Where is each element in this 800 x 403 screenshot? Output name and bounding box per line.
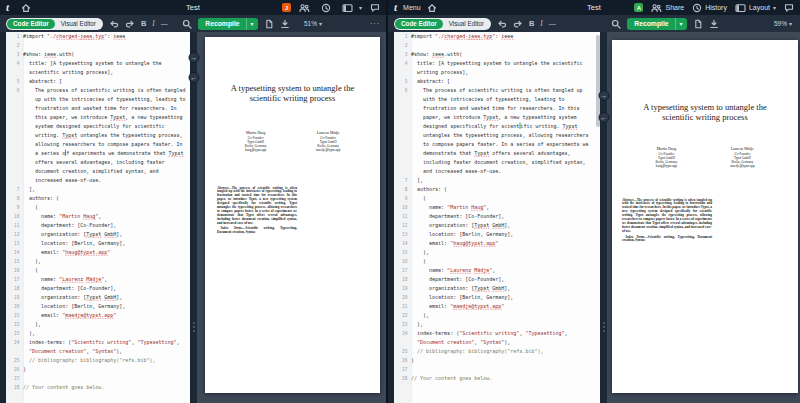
code-line[interactable]: 28// Your content goes below. <box>394 374 600 383</box>
typst-logo[interactable]: t <box>394 2 397 13</box>
history-button[interactable] <box>321 3 334 13</box>
code-line[interactable]: 23), <box>394 320 600 329</box>
code-line[interactable]: 2 <box>6 41 190 50</box>
download-button[interactable] <box>280 19 290 29</box>
code-editor-pane[interactable]: 1#import "./charged-ieee.typ": ieee23#sh… <box>6 32 190 403</box>
divider-handle[interactable] <box>193 322 195 324</box>
code-editor-pane[interactable]: 1#import "./charged-ieee.typ": ieee23#sh… <box>394 32 600 403</box>
code-line[interactable]: 23), <box>6 329 190 338</box>
code-line[interactable]: 2 <box>394 41 600 50</box>
export-pdf-button[interactable] <box>264 19 274 29</box>
code-line[interactable]: 4title: [A typesetting system to untangl… <box>6 59 190 77</box>
collapse-right-button[interactable]: → <box>188 52 199 63</box>
code-line[interactable]: 5abstract: [ <box>394 77 600 86</box>
code-line[interactable]: 22), <box>6 320 190 329</box>
code-line[interactable]: 10name: "Martin Haug", <box>394 203 600 212</box>
code-line[interactable]: 25// bibliography: bibliography("refs.bi… <box>6 356 190 365</box>
code-line[interactable]: 5abstract: [ <box>6 77 190 86</box>
tab-code-editor[interactable]: Code Editor <box>7 19 55 29</box>
code-line[interactable]: 19organization: [Typst GmbH], <box>6 293 190 302</box>
collapse-right-button[interactable]: → <box>598 90 609 101</box>
tab-visual-editor[interactable]: Visual Editor <box>443 19 490 29</box>
code-line[interactable]: 3#show: ieee.with( <box>6 50 190 59</box>
code-line[interactable]: 4title: [A typesetting system to untangl… <box>394 59 600 77</box>
code-line[interactable]: 16( <box>394 257 600 266</box>
export-pdf-button[interactable] <box>693 19 703 29</box>
history-button[interactable]: History <box>692 3 727 13</box>
code-line[interactable]: 21email: "maedje@typst.app" <box>394 302 600 311</box>
code-line[interactable]: 8authors: ( <box>394 185 600 194</box>
undo-button[interactable] <box>497 19 507 29</box>
code-line[interactable]: 11department: [Co-Founder], <box>394 212 600 221</box>
zoom-control[interactable]: 51%▾ <box>304 20 322 27</box>
code-line[interactable]: 26) <box>394 356 600 365</box>
tab-code-editor[interactable]: Code Editor <box>395 19 443 29</box>
code-line[interactable]: 1#import "./charged-ieee.typ": ieee <box>6 32 190 41</box>
code-line[interactable]: 8authors: ( <box>6 194 190 203</box>
insert-rule-button[interactable]: — <box>161 20 168 27</box>
code-line[interactable]: 10name: "Martin Haug", <box>6 212 190 221</box>
code-line[interactable]: 18department: [Co-Founder], <box>6 284 190 293</box>
code-line[interactable]: 3#show: ieee.with( <box>394 50 600 59</box>
code-line[interactable]: 12organization: [Typst GmbH], <box>6 230 190 239</box>
undo-button[interactable] <box>109 19 119 29</box>
search-button[interactable] <box>611 19 621 29</box>
code-line[interactable]: 17name: "Laurenz Mädje", <box>6 275 190 284</box>
italic-button[interactable]: I <box>152 19 155 28</box>
code-line[interactable]: 16( <box>6 266 190 275</box>
tab-visual-editor[interactable]: Visual Editor <box>55 19 102 29</box>
typst-logo[interactable]: t <box>6 2 9 13</box>
code-line[interactable]: 20location: [Berlin, Germany], <box>6 302 190 311</box>
code-line[interactable]: 12organization: [Typst GmbH], <box>394 221 600 230</box>
code-line[interactable]: 7], <box>6 185 190 194</box>
code-area[interactable]: 1#import "./charged-ieee.typ": ieee23#sh… <box>6 32 190 403</box>
share-button[interactable] <box>299 3 313 13</box>
code-area[interactable]: 1#import "./charged-ieee.typ": ieee23#sh… <box>394 32 600 403</box>
code-line[interactable]: 9( <box>6 203 190 212</box>
code-line[interactable]: 14email: "haug@typst.app" <box>394 239 600 248</box>
avatar[interactable]: J <box>282 3 291 12</box>
code-line[interactable]: 27 <box>394 365 600 374</box>
code-line[interactable]: 11department: [Co-Founder], <box>6 221 190 230</box>
divider-handle[interactable] <box>603 322 605 324</box>
recompile-button[interactable]: Recompile ▾ <box>627 18 686 30</box>
preview-pane[interactable]: A typesetting system to untangle the sci… <box>607 32 800 403</box>
zoom-control[interactable]: 59%▾ <box>774 20 792 27</box>
code-line[interactable]: 14email: "haug@typst.app" <box>6 248 190 257</box>
code-line[interactable]: 19organization: [Typst GmbH], <box>394 284 600 293</box>
code-line[interactable]: 17name: "Laurenz Mädje", <box>394 266 600 275</box>
code-line[interactable]: 28// Your content goes below. <box>6 383 190 392</box>
preview-pane[interactable]: A typesetting system to untangle the sci… <box>197 32 386 403</box>
chevron-down-icon[interactable]: ▾ <box>676 20 687 27</box>
code-line[interactable]: 20location: [Berlin, Germany], <box>394 293 600 302</box>
code-line[interactable]: 6The process of scientific writing is of… <box>394 86 600 176</box>
code-line[interactable]: 15), <box>6 257 190 266</box>
code-line[interactable]: 9( <box>394 194 600 203</box>
redo-button[interactable] <box>513 19 523 29</box>
layout-button[interactable]: ▾ <box>342 3 362 13</box>
pane-divider[interactable]: → ← <box>190 32 197 403</box>
insert-rule-button[interactable]: — <box>549 20 556 27</box>
chevron-down-icon[interactable]: ▾ <box>247 20 258 27</box>
collapse-left-button[interactable]: ← <box>188 72 199 83</box>
code-line[interactable]: 18department: [Co-Founder], <box>394 275 600 284</box>
code-line[interactable]: 25// bibliography: bibliography("refs.bi… <box>394 347 600 356</box>
pane-divider[interactable]: → ← <box>600 32 607 403</box>
code-line[interactable]: 24index-terms: ("Scientific writing", "T… <box>394 329 600 347</box>
layout-button[interactable]: Layout ▾ <box>735 3 776 13</box>
more-button[interactable]: ··· <box>370 20 380 27</box>
code-line[interactable]: 1#import "./charged-ieee.typ": ieee <box>394 32 600 41</box>
code-line[interactable]: 7], <box>394 176 600 185</box>
code-line[interactable]: 24index-terms: ("Scientific writing", "T… <box>6 338 190 356</box>
code-line[interactable]: 22), <box>394 311 600 320</box>
code-line[interactable]: 15), <box>394 248 600 257</box>
code-line[interactable]: 6The process of scientific writing is of… <box>6 86 190 185</box>
code-line[interactable]: 27 <box>6 374 190 383</box>
redo-button[interactable] <box>125 19 135 29</box>
code-line[interactable]: 13location: [Berlin, Germany], <box>6 239 190 248</box>
avatar[interactable]: A <box>634 3 643 12</box>
collapse-left-button[interactable]: ← <box>598 112 609 123</box>
download-button[interactable] <box>709 19 719 29</box>
bold-button[interactable]: B <box>141 19 146 28</box>
comments-icon[interactable] <box>370 3 380 13</box>
